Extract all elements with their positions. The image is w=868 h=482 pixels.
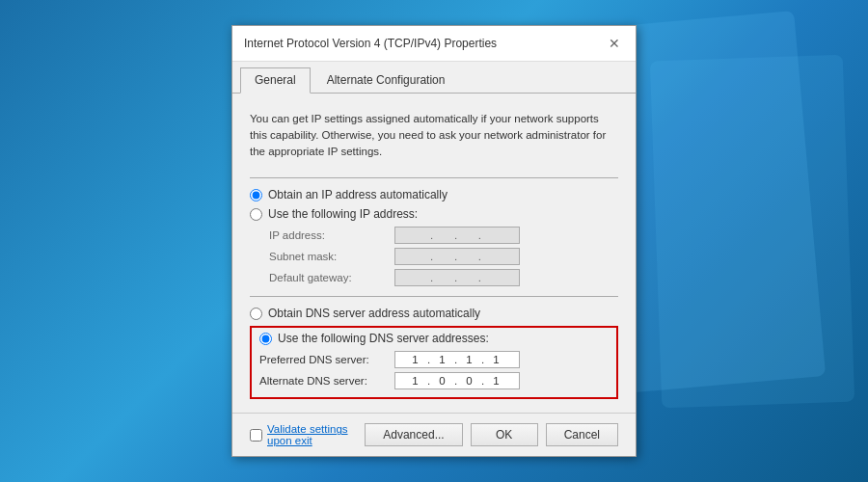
- subnet-mask-input[interactable]: [394, 248, 520, 265]
- auto-dns-radio[interactable]: [250, 308, 262, 320]
- auto-dns-radio-label[interactable]: Obtain DNS server address automatically: [250, 307, 618, 320]
- validate-label: Validate settings upon exit: [267, 423, 365, 446]
- dialog-window: Internet Protocol Version 4 (TCP/IPv4) P…: [231, 25, 637, 458]
- button-row: Advanced... OK Cancel: [365, 423, 618, 446]
- ip-address-input[interactable]: [394, 227, 520, 244]
- ok-button[interactable]: OK: [471, 423, 538, 446]
- dialog-footer: Validate settings upon exit Advanced... …: [232, 413, 636, 456]
- tab-bar: General Alternate Configuration: [232, 62, 636, 94]
- ip-address-row: IP address:: [269, 227, 618, 244]
- alternate-dns-input[interactable]: [394, 372, 520, 389]
- auto-ip-radio-label[interactable]: Obtain an IP address automatically: [250, 188, 618, 201]
- dialog-content: You can get IP settings assigned automat…: [232, 94, 636, 414]
- tab-general[interactable]: General: [240, 67, 311, 94]
- manual-ip-radio-label[interactable]: Use the following IP address:: [250, 207, 618, 221]
- manual-dns-radio[interactable]: [259, 333, 272, 345]
- divider-top: [250, 177, 618, 178]
- default-gateway-row: Default gateway:: [269, 269, 618, 286]
- divider-dns: [250, 296, 618, 297]
- cancel-button[interactable]: Cancel: [546, 423, 618, 446]
- alternate-dns-label: Alternate DNS server:: [259, 375, 394, 387]
- subnet-mask-label: Subnet mask:: [269, 251, 394, 262]
- close-button[interactable]: ✕: [605, 34, 624, 53]
- preferred-dns-label: Preferred DNS server:: [259, 354, 394, 365]
- manual-dns-radio-label[interactable]: Use the following DNS server addresses:: [259, 332, 609, 345]
- ip-radio-group: Obtain an IP address automatically Use t…: [250, 188, 618, 221]
- ip-address-label: IP address:: [269, 229, 394, 241]
- title-bar: Internet Protocol Version 4 (TCP/IPv4) P…: [232, 26, 636, 62]
- advanced-button[interactable]: Advanced...: [365, 423, 462, 446]
- dns-highlighted-box: Use the following DNS server addresses: …: [250, 326, 618, 399]
- preferred-dns-row: Preferred DNS server:: [259, 351, 609, 368]
- validate-row: Validate settings upon exit: [250, 423, 365, 446]
- default-gateway-label: Default gateway:: [269, 272, 394, 283]
- ip-fields: IP address: Subnet mask: Default gateway…: [269, 227, 618, 286]
- subnet-mask-row: Subnet mask:: [269, 248, 618, 265]
- auto-ip-label: Obtain an IP address automatically: [268, 188, 448, 201]
- auto-ip-radio[interactable]: [250, 189, 262, 201]
- dns-section: Obtain DNS server address automatically …: [250, 307, 618, 399]
- validate-checkbox[interactable]: [250, 429, 262, 442]
- default-gateway-input[interactable]: [394, 269, 520, 286]
- manual-dns-label: Use the following DNS server addresses:: [278, 332, 489, 345]
- alternate-dns-row: Alternate DNS server:: [259, 372, 609, 389]
- auto-dns-label: Obtain DNS server address automatically: [268, 307, 480, 320]
- preferred-dns-input[interactable]: [394, 351, 520, 368]
- description-text: You can get IP settings assigned automat…: [250, 107, 618, 165]
- manual-ip-label: Use the following IP address:: [268, 207, 418, 221]
- dialog-title: Internet Protocol Version 4 (TCP/IPv4) P…: [244, 37, 497, 50]
- tab-alternate-configuration[interactable]: Alternate Configuration: [312, 67, 460, 93]
- manual-ip-radio[interactable]: [250, 208, 262, 221]
